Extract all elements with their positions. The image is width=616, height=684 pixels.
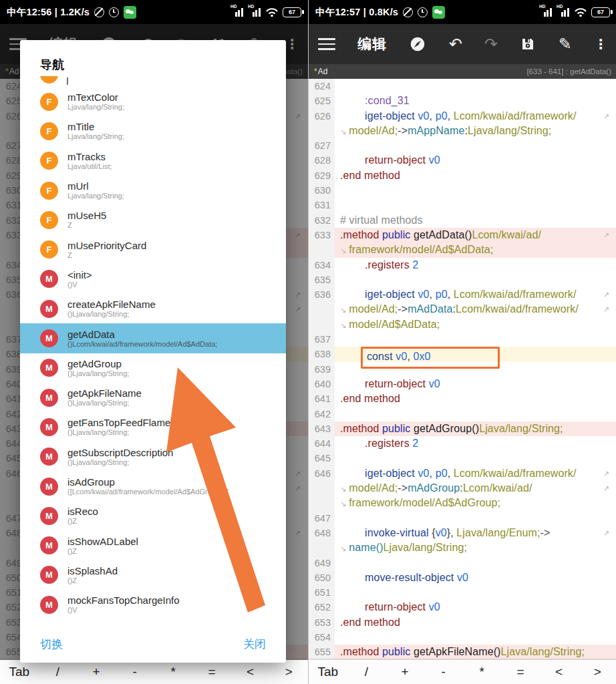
code-line[interactable]: 638const v0, 0x0 [309, 347, 616, 361]
list-item[interactable]: McreateApkFileName()Ljava/lang/String; [20, 294, 286, 323]
code-line[interactable]: 649 [309, 556, 616, 570]
list-item[interactable]: FmUsePriorityCardZ [20, 234, 286, 264]
code-line[interactable]: 628return-object v0 [309, 153, 616, 168]
line-number: 639 [309, 362, 335, 377]
code-line[interactable]: 637 [309, 332, 616, 347]
list-item[interactable]: FmTitleLjava/lang/String; [20, 116, 286, 146]
code-text: ↘name()Ljava/lang/String; [335, 540, 616, 555]
code-line[interactable]: 639 [309, 362, 616, 377]
symbol-key[interactable]: = [192, 665, 231, 679]
code-line[interactable]: 650move-result-object v0 [309, 570, 616, 585]
code-line[interactable]: 648invoke-virtual {v0}, Ljava/lang/Enum;… [309, 526, 616, 540]
code-line[interactable]: 642 [309, 407, 616, 421]
code-line[interactable]: 626iget-object v0, p0, Lcom/kwai/ad/fram… [309, 109, 616, 124]
code-line[interactable]: 655.method public getApkFileName()Ljava/… [309, 645, 616, 659]
alarm-icon [109, 7, 119, 17]
list-item[interactable]: MmockFansTopChargeInfo()V [20, 590, 286, 619]
symbol-key[interactable]: * [463, 665, 502, 679]
code-line[interactable]: ↘model/Ad;->mAdData:Lcom/kwai/ad/framewo… [309, 302, 616, 317]
field-badge [40, 76, 58, 83]
list-item[interactable]: MgetApkFileName()Ljava/lang/String; [20, 383, 286, 412]
list-item-selected[interactable]: MgetAdData()Lcom/kwai/ad/framework/model… [20, 323, 286, 353]
code-line[interactable]: ↘framework/model/Ad$AdData; [309, 242, 616, 257]
code-line[interactable]: ↘model/Ad;->mAppName:Ljava/lang/String; [309, 124, 616, 138]
code-line[interactable]: 654 [309, 630, 616, 645]
line-number: 629 [309, 168, 335, 183]
symbol-key[interactable]: + [386, 665, 424, 679]
tab-file[interactable]: *Ad [314, 67, 327, 76]
code-line[interactable]: ↘model/Ad;->mAdGroup:Lcom/kwai/ad/↗ [309, 481, 616, 496]
code-line[interactable]: 641.end method [309, 391, 616, 406]
code-line[interactable]: 645 [309, 451, 616, 466]
navigation-dialog: 导航 FmTextColorLjava/lang/String;FmTitleL… [20, 40, 286, 663]
line-number [309, 124, 335, 138]
code-line[interactable]: 640return-object v0 [309, 377, 616, 391]
edit-mode-icon[interactable]: ✎ [559, 36, 572, 52]
compass-icon[interactable] [409, 35, 426, 53]
symbol-key[interactable]: * [154, 665, 193, 679]
code-line[interactable]: ↘name()Ljava/lang/String; [309, 540, 616, 555]
code-line[interactable]: 652return-object v0 [309, 600, 616, 615]
symbol-key[interactable]: - [424, 665, 463, 679]
close-button[interactable]: 关闭 [243, 637, 266, 652]
list-item[interactable]: FmTextColorLjava/lang/String; [20, 87, 286, 116]
symbol-key[interactable]: < [540, 665, 579, 679]
code-line[interactable]: 646iget-object v0, p0, Lcom/kwai/ad/fram… [309, 466, 616, 481]
code-line[interactable]: 631 [309, 198, 616, 212]
symbol-key[interactable]: > [269, 665, 308, 679]
code-line[interactable]: 651 [309, 585, 616, 600]
list-item[interactable]: MisShowADLabel()Z [20, 530, 286, 560]
member-info: isShowADLabel()Z [67, 536, 138, 556]
list-item[interactable]: MisReco()Z [20, 501, 286, 530]
member-list[interactable]: FmTextColorLjava/lang/String;FmTitleLjav… [20, 76, 286, 625]
member-info: getApkFileName()Ljava/lang/String; [67, 387, 142, 407]
list-item[interactable]: M<init>()V [20, 265, 286, 294]
symbol-key[interactable]: - [116, 665, 154, 679]
member-signature: ()Z [67, 517, 98, 526]
code-line[interactable]: 629.end method [309, 168, 616, 183]
save-icon[interactable] [520, 36, 536, 52]
list-item[interactable]: FmUseH5Z [20, 205, 286, 234]
list-item[interactable]: MgetAdGroup()Ljava/lang/String; [20, 353, 286, 383]
code-line[interactable]: 633.method public getAdData()Lcom/kwai/a… [309, 228, 616, 242]
code-line[interactable]: 643.method public getAdGroup()Ljava/lang… [309, 421, 616, 436]
code-line[interactable]: ↘framework/model/Ad$AdGroup; [309, 496, 616, 510]
code-line[interactable]: 647 [309, 511, 616, 526]
code-line[interactable]: 636iget-object v0, p0, Lcom/kwai/ad/fram… [309, 287, 616, 302]
switch-button[interactable]: 切换 [40, 637, 63, 652]
list-item[interactable]: FmTracksLjava/util/List; [20, 146, 286, 176]
field-badge: F [40, 122, 58, 140]
code-line[interactable]: ↘model/Ad$AdData; [309, 317, 616, 332]
code-line[interactable]: 644.registers 2 [309, 436, 616, 451]
list-item[interactable]: MisAdGroup([Lcom/kwai/ad/framework/model… [20, 472, 286, 501]
member-signature: Ljava/lang/String; [67, 192, 124, 200]
code-line[interactable]: 632# virtual methods [309, 213, 616, 228]
code-editor[interactable]: 624625:cond_31626iget-object v0, p0, Lco… [309, 79, 616, 660]
code-line[interactable]: 634.registers 2 [309, 258, 616, 273]
list-item[interactable]: MgetFansTopFeedFlameType()Ljava/lang/Str… [20, 412, 286, 442]
symbol-key[interactable]: / [39, 665, 78, 679]
list-item[interactable]: MgetSubscriptDescription()Ljava/lang/Str… [20, 442, 286, 472]
undo-icon[interactable]: ↶ [449, 36, 462, 52]
member-name: mockFansTopChargeInfo [67, 594, 180, 606]
symbol-key[interactable]: Tab [0, 665, 39, 679]
line-number: 630 [309, 183, 335, 198]
code-line[interactable]: 624 [309, 79, 616, 94]
list-item[interactable]: FmUrlLjava/lang/String; [20, 176, 286, 205]
menu-icon[interactable] [318, 38, 335, 50]
symbol-key[interactable]: = [501, 665, 540, 679]
symbol-key[interactable]: + [77, 665, 116, 679]
more-options-icon[interactable]: ⋮ [594, 36, 607, 52]
redo-icon[interactable]: ↷ [484, 36, 498, 52]
symbol-key[interactable]: Tab [309, 665, 347, 679]
code-line[interactable]: 630 [309, 183, 616, 198]
code-line[interactable]: 627 [309, 138, 616, 153]
line-number: 651 [309, 585, 335, 600]
code-line[interactable]: 625:cond_31 [309, 94, 616, 108]
symbol-key[interactable]: > [578, 665, 616, 679]
symbol-key[interactable]: < [231, 665, 270, 679]
list-item[interactable]: MisSplashAd()Z [20, 560, 286, 590]
symbol-key[interactable]: / [347, 665, 386, 679]
code-line[interactable]: 635 [309, 273, 616, 287]
code-line[interactable]: 653.end method [309, 615, 616, 630]
